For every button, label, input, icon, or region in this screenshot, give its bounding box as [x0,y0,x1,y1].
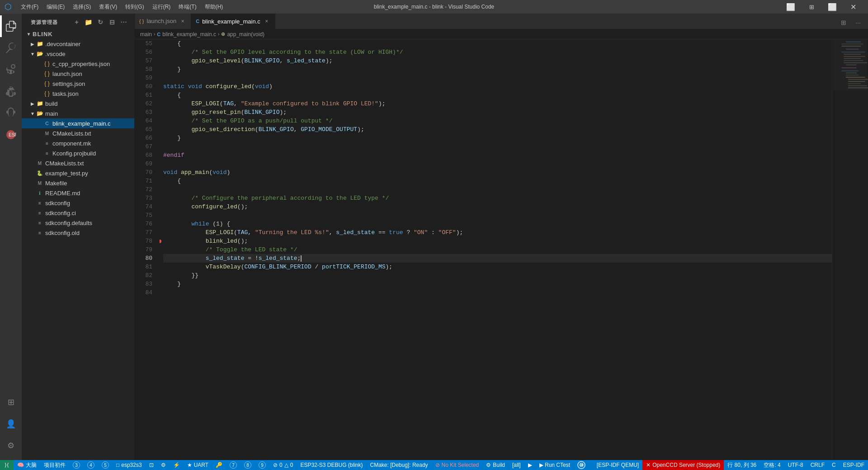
refresh-icon[interactable]: ↻ [95,17,105,27]
more-icon[interactable]: ··· [119,17,129,27]
tree-label: build [45,100,57,107]
tree-cmakelists-root[interactable]: M CMakeLists.txt [22,158,134,168]
status-ctest[interactable]: ▶ Run CTest [536,460,574,470]
status-project[interactable]: 🧠 大脑 [14,460,40,470]
breadcrumb-main[interactable]: main [140,31,152,38]
tab-close-icon[interactable]: × [179,18,186,25]
line-num-80: 80 [135,254,156,263]
status-eol[interactable]: CRLF [807,460,828,470]
collapse-icon[interactable]: ⊟ [107,17,117,27]
breadcrumb-function[interactable]: ⊕ app_main(void) [221,31,264,38]
tree-project-root[interactable]: ▼ BLINK [22,29,134,39]
menu-goto[interactable]: 转到(G) [122,2,147,12]
restore-button[interactable]: ⬜ [822,0,843,14]
tree-tasks-json[interactable]: { } tasks.json [22,89,134,99]
activity-extensions[interactable] [0,102,22,124]
status-espidf-label: [ESP-IDF QEMU] [597,462,639,468]
tree-cmakelists-main[interactable]: M CMakeLists.txt [22,128,134,138]
breadcrumb-file[interactable]: C blink_example_main.c [157,31,216,38]
status-icon-8[interactable]: 8 [241,460,255,470]
activity-settings[interactable]: ⚙ [0,435,22,456]
status-esp32-debug[interactable]: ESP32-S3 DEBUG (blink) [297,460,366,470]
chip-icon: □ [116,462,119,468]
status-icon-7[interactable]: 7 [226,460,241,470]
status-port[interactable]: ⊡ [146,460,157,470]
tree-label: sdkconfig.old [45,230,80,236]
status-esp32s3[interactable]: □ esp32s3 [113,460,146,470]
status-language[interactable]: C [828,460,840,470]
tree-sdkconfig-ci[interactable]: ≡ sdkconfig.ci [22,208,134,218]
status-gear[interactable]: ⚙ [157,460,170,470]
tree-makefile[interactable]: M Makefile [22,178,134,188]
tree-main-folder[interactable]: ▼ 📂 main [22,108,134,118]
status-errors-count: 0 [279,462,283,468]
status-spaces[interactable]: 空格: 4 [760,460,784,470]
tree-sdkconfig-defaults[interactable]: ≡ sdkconfig.defaults [22,218,134,228]
status-icon-3[interactable]: 3 [69,460,84,470]
status-build[interactable]: ⚙ Build [482,460,509,470]
tab-launch-json[interactable]: { } launch.json × [135,14,191,29]
status-espidf[interactable]: [ESP-IDF QEMU] [593,460,642,470]
status-debug-play[interactable]: ▶ [524,460,536,470]
menu-file[interactable]: 文件(F) [17,2,42,12]
activity-account[interactable]: 👤 [0,413,22,435]
no-arrow [29,229,36,236]
new-folder-icon[interactable]: 📁 [84,17,94,27]
status-icon-5[interactable]: 5 [98,460,113,470]
close-button[interactable]: ✕ [843,0,863,14]
status-all[interactable]: [all] [509,460,524,470]
editor-content[interactable]: 55 56 57 58 59 60 61 62 63 64 65 66 67 6… [135,39,868,460]
activity-search[interactable] [0,37,22,59]
activity-debug[interactable] [0,80,22,102]
tree-vscode-folder[interactable]: ▼ 📂 .vscode [22,49,134,59]
status-circle-10[interactable]: ⑩ [574,460,589,470]
status-debug-stop[interactable]: 🔑 [212,460,226,470]
tree-cpp-props[interactable]: { } c_cpp_properties.json [22,59,134,69]
status-uart[interactable]: ★ UART [184,460,212,470]
tree-build-folder[interactable]: ▶ 📁 build [22,99,134,108]
more-actions-icon[interactable]: ··· [852,16,864,29]
menu-view[interactable]: 查看(V) [95,2,121,12]
activity-git[interactable] [0,59,22,80]
tree-devcontainer[interactable]: ▶ 📁 .devcontainer [22,39,134,49]
tree-example-test[interactable]: 🐍 example_test.py [22,168,134,178]
menu-edit[interactable]: 编辑(E) [43,2,68,12]
activity-remote[interactable]: ⊞ [0,391,22,413]
code-line-80: s_led_state = !s_led_state; [163,254,832,263]
titlebar-layout-button[interactable]: ⊞ [801,0,822,14]
tree-sdkconfig[interactable]: ≡ sdkconfig [22,198,134,208]
file-icon: ≡ [36,219,43,226]
status-espidf-ver[interactable]: ESP-IDF [840,460,868,470]
breakpoint-icon[interactable] [160,240,161,243]
menu-select[interactable]: 选择(S) [69,2,94,12]
status-icon-9[interactable]: 9 [255,460,269,470]
tab-close-active-icon[interactable]: × [263,18,270,25]
tree-settings-json[interactable]: { } settings.json [22,79,134,89]
status-errors[interactable]: ⊘ 0 △ 0 [269,460,297,470]
activity-espressif[interactable]: ESP [0,124,22,146]
status-init[interactable]: 项目初件 [40,460,69,470]
menu-help[interactable]: 帮助(H) [201,2,227,12]
tree-kconfig[interactable]: ≡ Kconfig.projbuild [22,148,134,158]
status-openocd[interactable]: ✕ OpenCCD Server (Stopped) [642,460,724,470]
tree-launch-json[interactable]: { } launch.json [22,69,134,79]
menu-run[interactable]: 运行(R) [149,2,175,12]
code-area[interactable]: { /* Set the GPIO level according to the… [160,39,832,460]
status-cmake-ready[interactable]: CMake: [Debug]: Ready [367,460,432,470]
tree-readme[interactable]: ℹ README.md [22,188,134,198]
tab-blink-main-c[interactable]: C blink_example_main.c × [191,14,275,29]
new-file-icon[interactable]: + [72,17,82,27]
status-encoding[interactable]: UTF-8 [784,460,807,470]
tree-sdkconfig-old[interactable]: ≡ sdkconfig.old [22,228,134,238]
minimize-button[interactable]: ⬜ [780,0,801,14]
status-flash[interactable]: ⚡ [170,460,184,470]
status-icon-4[interactable]: 4 [84,460,98,470]
status-no-kit[interactable]: ⊘ No Kit Selected [432,460,483,470]
menu-terminal[interactable]: 终端(T) [175,2,200,12]
status-line-col[interactable]: 行 80, 列 36 [724,460,760,470]
status-remote-icon[interactable]: ⟩⟨ [0,460,14,470]
activity-explorer[interactable] [0,15,22,37]
tree-component-mk[interactable]: ≡ component.mk [22,138,134,148]
split-editor-icon[interactable]: ⊞ [837,16,850,29]
tree-blink-main-c[interactable]: C blink_example_main.c [22,118,134,128]
